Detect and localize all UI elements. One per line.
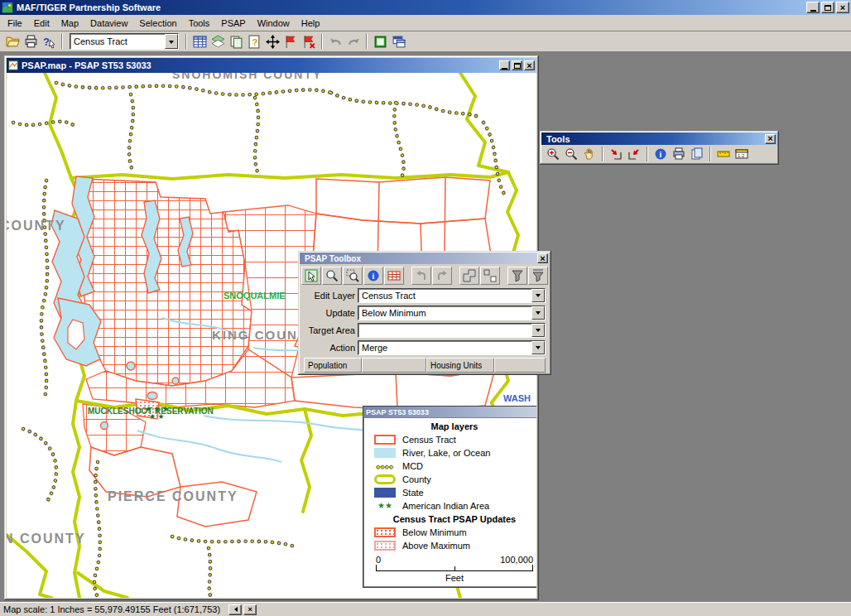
form-row: Action Merge — [300, 339, 550, 356]
info-icon[interactable]: i — [651, 147, 670, 162]
toolbar-separator — [709, 147, 711, 161]
app-minimize-button[interactable] — [806, 2, 820, 13]
form-combobox[interactable]: Census Tract — [358, 288, 546, 303]
expand-all-icon[interactable] — [528, 267, 548, 285]
tools-palette-titlebar[interactable]: Tools × — [541, 132, 777, 145]
merge-icon[interactable] — [459, 267, 479, 285]
sheet-help-icon[interactable]: ? — [245, 32, 263, 51]
form-combobox[interactable] — [358, 323, 546, 338]
status-prev-button[interactable] — [228, 604, 242, 615]
open-icon[interactable] — [3, 32, 22, 51]
zoom-out-icon[interactable] — [562, 147, 580, 162]
legend-swatch — [374, 474, 396, 484]
combobox-dropdown-button[interactable] — [165, 34, 178, 49]
status-bar: Map scale: 1 Inches = 55,979.49155 Feet … — [0, 602, 851, 616]
legend-item: Above Maximum — [364, 539, 536, 552]
copy-dataview-icon[interactable] — [227, 32, 245, 51]
close-icon: × — [767, 134, 772, 143]
dataview-table-icon[interactable] — [190, 32, 209, 51]
legend-titlebar[interactable]: PSAP ST53 53033 — [363, 407, 536, 417]
menu-item[interactable]: Edit — [28, 16, 55, 31]
label-pierce-county: PIERCE COUNTY — [108, 489, 238, 503]
menu-item[interactable]: PSAP — [215, 16, 251, 31]
housing-units-label-cell[interactable]: Housing Units — [426, 358, 494, 373]
menu-item[interactable]: Dataview — [84, 16, 133, 31]
population-label-cell[interactable]: Population — [304, 358, 362, 373]
print-map-icon[interactable] — [670, 147, 688, 162]
undo-edit-icon[interactable] — [411, 267, 431, 285]
pan-crosshair-icon[interactable] — [263, 32, 281, 51]
redo-edit-icon[interactable] — [432, 267, 452, 285]
select-area-icon[interactable] — [301, 267, 321, 285]
export-map-icon[interactable] — [688, 147, 706, 162]
form-combobox[interactable]: Merge — [358, 340, 546, 355]
collapse-all-icon[interactable] — [507, 267, 527, 285]
legend-item-label: Census Tract — [402, 435, 456, 445]
flag-remove-icon[interactable] — [300, 32, 318, 51]
menu-item[interactable]: Window — [252, 16, 296, 31]
menu-item[interactable]: File — [2, 16, 28, 31]
form-row: Update Below Minimum — [300, 304, 550, 321]
legend-updates-heading: Census Tract PSAP Updates — [364, 513, 536, 526]
toolbar-separator — [602, 147, 603, 161]
scale-bar: 0 100,000 Feet — [364, 552, 536, 583]
menu-item[interactable]: Selection — [133, 16, 182, 31]
flag-add-icon[interactable] — [281, 32, 300, 51]
status-close-button[interactable]: × — [243, 604, 257, 615]
menu-item[interactable]: Tools — [183, 16, 216, 31]
svg-text:1:2: 1:2 — [738, 153, 745, 158]
undo-icon[interactable] — [326, 32, 344, 51]
map-scale-text: Map scale: 1 Inches = 55,979.49155 Feet … — [3, 604, 220, 614]
split-icon[interactable] — [480, 267, 500, 285]
psap-toolbox-form: Edit Layer Census Tract Update Below Min… — [300, 286, 550, 356]
info-icon[interactable]: i — [363, 267, 383, 285]
print-icon[interactable] — [22, 32, 40, 51]
map-window-titlebar[interactable]: PSAP.map - PSAP ST53 53033 × — [7, 58, 536, 73]
maximize-icon — [514, 63, 521, 69]
pan-hand-icon[interactable] — [580, 147, 599, 162]
tools-palette-title: Tools — [546, 134, 763, 144]
map-close-button[interactable]: × — [524, 60, 535, 70]
legend-item-label: State — [402, 488, 424, 498]
combobox-dropdown-button[interactable] — [531, 306, 545, 320]
minimize-icon — [502, 68, 507, 70]
measure-icon[interactable] — [714, 147, 733, 162]
app-titlebar[interactable]: MAF/TIGER Partnership Software × — [0, 0, 851, 15]
combobox-dropdown-button[interactable] — [531, 289, 545, 302]
legend-item-label: County — [402, 474, 431, 484]
attribute-table-icon[interactable] — [384, 267, 404, 285]
population-value-cell — [362, 358, 426, 373]
combobox-dropdown-button[interactable] — [531, 341, 545, 354]
combobox-dropdown-button[interactable] — [531, 324, 545, 337]
psap-toolbox-titlebar[interactable]: PSAP Toolbox × — [300, 253, 550, 264]
scale-min: 0 — [376, 555, 381, 565]
import-prev-icon[interactable] — [607, 147, 625, 162]
zoom-window-icon[interactable] — [343, 267, 363, 285]
svg-text:?: ? — [252, 36, 257, 46]
new-map-window-icon[interactable] — [371, 32, 389, 51]
form-combobox[interactable]: Below Minimum — [358, 306, 546, 320]
psap-toolbox: PSAP Toolbox × i — [298, 251, 551, 375]
app-maximize-button[interactable] — [821, 2, 834, 13]
legend-update-items: Below Minimum Above Maximum — [364, 526, 536, 552]
import-next-icon[interactable] — [625, 147, 643, 162]
map-minimize-button[interactable] — [499, 60, 510, 70]
menu-item[interactable]: Help — [296, 16, 326, 31]
zoom-icon[interactable] — [322, 267, 342, 285]
redo-icon[interactable] — [344, 32, 363, 51]
cascade-windows-icon[interactable] — [389, 32, 407, 51]
map-layers-icon[interactable] — [209, 32, 227, 51]
chevron-down-icon — [536, 329, 541, 334]
tools-close-button[interactable]: × — [765, 134, 776, 144]
map-scale-icon[interactable]: 1:2 — [733, 147, 751, 162]
zoom-in-icon[interactable] — [544, 147, 562, 162]
layer-combobox[interactable]: Census Tract — [70, 33, 179, 50]
map-maximize-button[interactable] — [512, 60, 522, 70]
menu-item[interactable]: Map — [55, 16, 84, 31]
app-close-button[interactable]: × — [836, 2, 849, 13]
psap-toolbox-close-button[interactable]: × — [537, 253, 548, 263]
form-field-label: Target Area — [304, 325, 355, 335]
help-pointer-icon[interactable]: ? — [40, 32, 58, 51]
legend-swatch — [374, 448, 396, 458]
scale-max: 100,000 — [500, 555, 533, 565]
